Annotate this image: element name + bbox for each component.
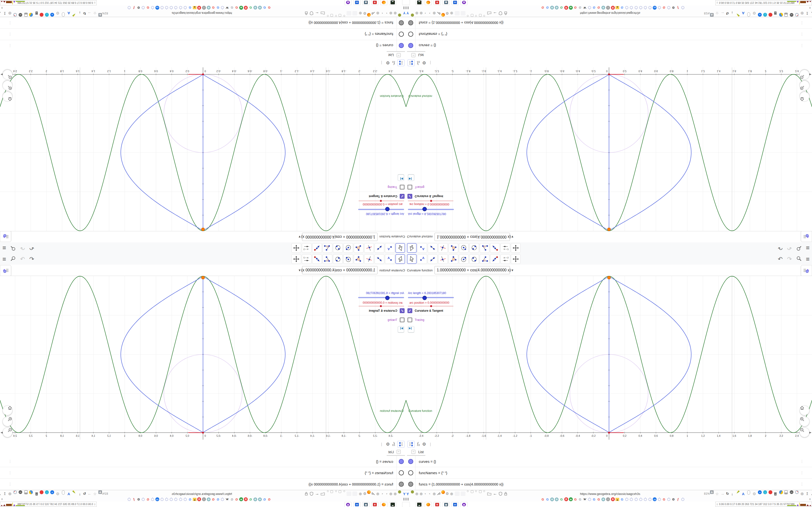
bookmark-favicon[interactable]: G — [216, 497, 220, 501]
indicator-box-icon[interactable] — [479, 490, 481, 493]
home-button[interactable] — [3, 406, 12, 415]
zoom-out-button[interactable] — [3, 70, 12, 79]
bookmark-favicon[interactable]: w — [569, 6, 573, 10]
extension-oval-icon[interactable] — [747, 12, 750, 17]
bookmark-favicon[interactable]: f — [676, 6, 680, 10]
dock-launcher-floppy-64[interactable]: 64 — [353, 0, 361, 5]
pan-view-tool[interactable] — [292, 254, 301, 264]
gear-icon[interactable]: ⚙ — [56, 10, 59, 17]
dock-tile[interactable] — [406, 502, 410, 507]
bookmark-favicon[interactable]: G — [267, 497, 271, 501]
indicator-dot-icon[interactable] — [343, 15, 345, 17]
indicator-dot-icon[interactable] — [475, 490, 477, 492]
graph-canvas[interactable]: -2.4-2.2-2-1.8-1.6-1.4-1.2-1-0.8-0.6-0.4… — [406, 276, 812, 440]
globe-icon[interactable]: ⊕ — [394, 490, 397, 497]
folder-icon[interactable] — [321, 10, 325, 17]
zoom-level-badge[interactable]: 81% — [102, 490, 108, 497]
wrench-icon[interactable] — [811, 490, 812, 497]
visibility-dot[interactable] — [399, 482, 404, 487]
kebab-menu-icon[interactable]: ⋮ — [379, 61, 384, 65]
shield-icon[interactable] — [310, 10, 313, 17]
arc-position-slider-handle[interactable] — [430, 200, 432, 202]
kebab-menu-icon[interactable]: ⋮ — [428, 442, 433, 447]
dock-launcher-monitor[interactable]: ▣ — [362, 0, 369, 5]
bookmark-favicon[interactable] — [127, 6, 132, 10]
tab-scroll-icon[interactable]: ∧ — [1, 6, 3, 10]
bookmark-favicon[interactable]: G — [216, 6, 220, 10]
function-input[interactable]: 1.000000000000 + cos(4.000000000000 x) ▼ — [302, 233, 377, 241]
wrench-icon[interactable] — [0, 10, 1, 17]
bookmark-favicon[interactable] — [550, 497, 554, 501]
bookmark-favicon[interactable] — [639, 497, 643, 501]
tree-view-button[interactable] — [397, 441, 405, 448]
function-input[interactable]: 1.000000000000 + cos(4.000000000000 x) ▼ — [435, 233, 510, 241]
visibility-dot[interactable] — [399, 459, 404, 464]
reader-mode-icon[interactable]: A — [710, 13, 714, 17]
reader-mode-icon[interactable]: A — [98, 13, 102, 17]
bookmark-favicon[interactable]: G — [662, 497, 666, 501]
animation-step-button[interactable] — [398, 175, 404, 181]
tab-scroll-icon[interactable]: ∧ — [809, 6, 811, 10]
bookmark-favicon[interactable] — [550, 6, 554, 10]
algebra-row[interactable]: funcs = {1.000000000000 + cos(4.00000000… — [406, 478, 812, 490]
dock-launcher-terminal[interactable]: ▂ — [389, 0, 396, 5]
bookmark-favicon[interactable] — [169, 497, 173, 501]
bookmark-favicon[interactable]: w — [239, 6, 243, 10]
bookmark-favicon[interactable] — [601, 6, 606, 10]
circle-two-points-tool[interactable] — [469, 243, 479, 253]
reader-mode-icon[interactable]: A — [98, 490, 102, 494]
url-text[interactable]: https://www.geogebra.org/classic/aagcxh3… — [580, 490, 640, 497]
visibility-dot[interactable] — [408, 20, 413, 25]
bookmark-favicon[interactable]: G — [211, 6, 215, 10]
indicator-box-icon[interactable] — [471, 14, 473, 17]
bookmark-favicon[interactable] — [151, 6, 155, 10]
lock-icon[interactable] — [504, 10, 507, 17]
url-bar[interactable]: https://www.geogebra.org/classic/aagcxh3… — [406, 10, 812, 17]
dock-launcher-floppy-64[interactable]: 64 — [353, 502, 361, 507]
bookmark-favicon[interactable] — [680, 6, 685, 10]
pin-icon[interactable]: Y — [403, 10, 406, 17]
globe-icon[interactable]: ⊕ — [8, 490, 12, 497]
dock-launcher-purple-app[interactable]: ◉ — [344, 0, 352, 5]
circle-two-points-tool[interactable] — [333, 254, 343, 264]
gauge-icon[interactable]: ◔ — [386, 490, 388, 497]
dock-launcher-terminal[interactable]: ▂ — [416, 502, 423, 507]
reload-icon[interactable]: ↻ — [83, 490, 86, 497]
bookmark-favicon[interactable]: G — [620, 6, 624, 10]
dock-launcher-floppy-64[interactable]: 64 — [451, 0, 459, 5]
pan-view-tool[interactable] — [511, 243, 520, 253]
indicator-box-icon[interactable] — [339, 14, 341, 17]
bookmark-favicon[interactable]: w — [239, 497, 243, 501]
firefox-icon[interactable] — [441, 490, 445, 494]
arc-start-point[interactable] — [608, 228, 611, 231]
bookmark-favicon[interactable] — [648, 6, 652, 10]
bookmark-favicon[interactable]: G — [573, 497, 577, 501]
dock-launcher-firefox[interactable] — [424, 0, 432, 5]
bookmark-favicon[interactable] — [634, 6, 638, 10]
dock-launcher-firefox[interactable] — [424, 502, 432, 507]
bookmark-favicon[interactable]: G — [578, 6, 582, 10]
dock-launcher-monitor[interactable]: ▣ — [443, 0, 450, 5]
arc-position-slider[interactable] — [359, 306, 404, 306]
globe-icon[interactable]: ⊕ — [450, 490, 453, 497]
visibility-dot[interactable] — [408, 32, 413, 37]
kebab-menu-icon[interactable]: ⋮ — [800, 482, 804, 486]
url-bar[interactable]: https://www.geogebra.org/classic/aagcxh3… — [406, 490, 812, 497]
circle-center-tool[interactable] — [459, 254, 469, 264]
origin-point[interactable] — [608, 73, 610, 75]
menu-button[interactable]: ≡ — [2, 256, 6, 262]
bookmark-favicon[interactable]: G — [597, 497, 601, 501]
lock-icon[interactable] — [305, 10, 308, 17]
graph-canvas[interactable]: -2.4-2.2-2-1.8-1.6-1.4-1.2-1-0.8-0.6-0.4… — [0, 276, 406, 440]
tab-scroll-icon[interactable]: ∧ — [1, 497, 3, 501]
chevron-down-icon[interactable]: ▼ — [298, 269, 301, 272]
segment-tool[interactable] — [374, 243, 384, 253]
collapse-button[interactable]: − — [397, 53, 401, 57]
dock-launcher-terminal[interactable]: ▂ — [389, 502, 396, 507]
visibility-dot[interactable] — [399, 470, 404, 475]
dock-launcher-monitor[interactable]: ▣ — [362, 502, 369, 507]
visibility-dot[interactable] — [399, 43, 404, 48]
bookmark-favicon[interactable]: G — [597, 6, 601, 10]
kebab-menu-icon[interactable]: ⋮ — [8, 459, 12, 463]
wrench-icon[interactable] — [437, 490, 440, 497]
